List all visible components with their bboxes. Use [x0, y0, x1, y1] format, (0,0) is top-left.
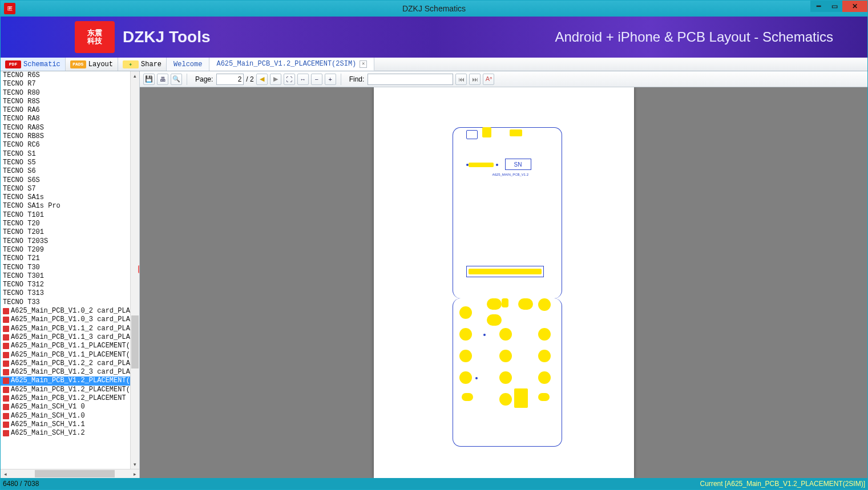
tree-folder[interactable]: TECNO T33 [1, 298, 130, 307]
tree-folder[interactable]: TECNO R6S [1, 71, 130, 80]
tree-file[interactable]: A625_Main_SCH_V1.2 [1, 429, 130, 438]
tree-folder[interactable]: TECNO T21 [1, 254, 130, 263]
page-total: / 2 [246, 75, 253, 83]
tree-folder[interactable]: TECNO T20 [1, 220, 130, 228]
tree-file[interactable]: A625_Main_PCB_V1.0_3 card_PLACEMENT [1, 315, 130, 324]
tree-file[interactable]: A625_Main_SCH_V1 0 [1, 403, 130, 411]
tree-file-selected[interactable]: A625_Main_PCB_V1.2_PLACEMENT(2SIM) [1, 376, 130, 385]
scroll-down-icon[interactable]: ▾ [131, 460, 139, 469]
tab-row: PDF Schematic PADS Layout ✚ Share Welcom… [1, 58, 867, 71]
tree-folder[interactable]: TECNO RA6 [1, 106, 130, 115]
tree-file[interactable]: A625_Main_SCH_V1.0 [1, 412, 130, 420]
pad [499, 371, 512, 384]
side-tab-schematic-label: Schematic [23, 60, 60, 68]
close-icon[interactable]: ✕ [360, 60, 367, 68]
pin-dot [496, 164, 498, 166]
logo-text-top: 东震 [87, 29, 102, 37]
pdf-page: SN A625_MAIN_PCB_V1.2 [374, 87, 634, 478]
close-button[interactable]: ✕ [842, 1, 867, 12]
tree-file[interactable]: A625_Main_PCB_V1.0_2 card_PLACEMENT [1, 307, 130, 315]
tree-folder[interactable]: TECNO RA8 [1, 115, 130, 123]
save-icon[interactable]: 💾 [143, 74, 155, 85]
tree-folder[interactable]: TECNO SA1s Pro [1, 202, 130, 210]
tree-file[interactable]: A625_Main_PCB_V1.1_3 card_PLACEMENT [1, 333, 130, 342]
separator [187, 74, 187, 85]
component [482, 127, 491, 137]
tree-folder[interactable]: TECNO T312 [1, 281, 130, 289]
search-page-icon[interactable]: 🔍 [171, 74, 182, 85]
file-tree[interactable]: TECNO R6STECNO R7TECNO R80TECNO R8STECNO… [1, 71, 139, 469]
zoom-in-icon[interactable]: + [325, 74, 336, 85]
fit-width-icon[interactable]: ↔ [297, 74, 309, 85]
pad [538, 328, 551, 341]
hscrollbar-thumb[interactable] [35, 470, 115, 477]
scroll-left-icon[interactable]: ◂ [1, 469, 10, 479]
side-tab-schematic[interactable]: PDF Schematic [1, 58, 66, 71]
pad [459, 328, 472, 341]
pad [538, 393, 550, 401]
print-icon[interactable]: 🖶 [157, 74, 168, 85]
component [510, 129, 522, 136]
doc-tab-active[interactable]: A625_Main_PCB_V1.2_PLACEMENT(2SIM) ✕ [209, 58, 374, 71]
pad [459, 306, 472, 319]
tree-folder[interactable]: TECNO S1 [1, 150, 130, 159]
pad [462, 393, 473, 401]
tree-file[interactable]: A625_Main_PCB_V1.1_PLACEMENT(3SIM) [1, 351, 130, 359]
find-prev-icon[interactable]: ⏮ [455, 74, 467, 85]
tree-folder[interactable]: TECNO T301 [1, 272, 130, 281]
page-input[interactable] [216, 74, 244, 85]
tree-file[interactable]: A625_Main_PCB_V1.1_PLACEMENT(2SIM) [1, 342, 130, 350]
side-tab-layout[interactable]: PADS Layout [66, 58, 118, 71]
scroll-right-icon[interactable]: ▸ [130, 469, 139, 479]
tree-folder[interactable]: TECNO S6 [1, 167, 130, 176]
tree-file[interactable]: A625_Main_SCH_V1.1 [1, 420, 130, 429]
scrollbar-thumb[interactable] [131, 315, 139, 368]
page-label: Page: [195, 75, 213, 83]
tree-folder[interactable]: TECNO S6S [1, 176, 130, 185]
side-tab-share[interactable]: ✚ Share [118, 58, 167, 71]
brand-title: DZKJ Tools [123, 28, 210, 46]
splitter-handle[interactable] [138, 265, 139, 273]
tree-file[interactable]: A625_Main_PCB_V1.2_3 card_PLACEMENT [1, 368, 130, 376]
tree-file[interactable]: A625_Main_PCB_V1.2_PLACEMENT(3SIM) [1, 386, 130, 394]
scroll-up-icon[interactable]: ▴ [131, 71, 139, 80]
tree-folder[interactable]: TECNO S7 [1, 185, 130, 193]
tree-folder[interactable]: TECNO SA1s [1, 193, 130, 202]
zoom-out-icon[interactable]: − [311, 74, 322, 85]
tree-folder[interactable]: TECNO RB8S [1, 132, 130, 141]
prev-page-icon[interactable]: ◀ [256, 74, 268, 85]
pcb-name-label: A625_MAIN_PCB_V1.2 [492, 173, 529, 176]
tree-folder[interactable]: TECNO T203S [1, 237, 130, 246]
tree-folder[interactable]: TECNO R8S [1, 98, 130, 106]
doc-tab-welcome[interactable]: Welcome [167, 58, 209, 71]
doc-tab-active-label: A625_Main_PCB_V1.2_PLACEMENT(2SIM) [216, 60, 356, 68]
tree-folder[interactable]: TECNO R80 [1, 89, 130, 98]
maximize-button[interactable]: ▭ [826, 1, 842, 12]
tree-folder[interactable]: TECNO T313 [1, 289, 130, 298]
tree-folder[interactable]: TECNO T201 [1, 228, 130, 237]
fit-page-icon[interactable]: ⛶ [284, 74, 295, 85]
tree-folder[interactable]: TECNO T101 [1, 211, 130, 220]
tree-folder[interactable]: TECNO RA8S [1, 124, 130, 132]
document-viewer[interactable]: SN A625_MAIN_PCB_V1.2 [140, 87, 867, 478]
tree-folder[interactable]: TECNO T209 [1, 246, 130, 254]
find-next-icon[interactable]: ⏭ [469, 74, 481, 85]
tree-folder[interactable]: TECNO S5 [1, 159, 130, 167]
banner: 东震 科技 DZKJ Tools Android + iPhone & PCB … [1, 17, 867, 58]
sidebar-scrollbar-horizontal[interactable]: ◂ ▸ [1, 469, 139, 478]
tree-folder[interactable]: TECNO RC6 [1, 141, 130, 149]
tree-folder[interactable]: TECNO T30 [1, 264, 130, 272]
status-bar: 6480 / 7038 Current [A625_Main_PCB_V1.2_… [1, 478, 867, 489]
pad [502, 298, 508, 307]
highlight-icon[interactable]: Aᵃ [483, 74, 494, 85]
tree-file[interactable]: A625_Main_PCB_V1.2_PLACEMENT [1, 394, 130, 403]
next-page-icon[interactable]: ▶ [270, 74, 281, 85]
separator [341, 74, 341, 85]
pin-dot [475, 377, 478, 379]
connector-frame [466, 266, 544, 277]
tree-file[interactable]: A625_Main_PCB_V1.2_2 card_PLACEMENT [1, 359, 130, 368]
minimize-button[interactable]: ━ [810, 1, 826, 12]
find-input[interactable] [368, 74, 453, 85]
tree-file[interactable]: A625_Main_PCB_V1.1_2 card_PLACEMENT [1, 325, 130, 333]
tree-folder[interactable]: TECNO R7 [1, 80, 130, 88]
